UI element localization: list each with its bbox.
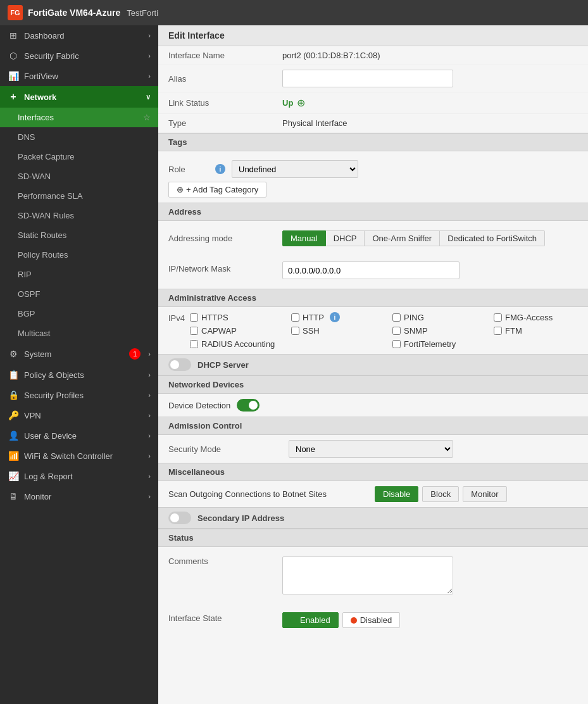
ping-checkbox[interactable]: [392, 313, 401, 322]
checkbox-ping[interactable]: PING: [392, 312, 494, 322]
sidebar-item-ospf[interactable]: OSPF: [0, 284, 158, 304]
sidebar-item-policy-routes[interactable]: Policy Routes: [0, 245, 158, 265]
add-tag-button[interactable]: ⊕ + Add Tag Category: [168, 182, 266, 198]
sidebar-item-bgp[interactable]: BGP: [0, 304, 158, 324]
botnet-row: Scan Outgoing Connections to Botnet Site…: [158, 481, 588, 507]
sidebar-item-log-report[interactable]: 📈 Log & Report ›: [0, 466, 158, 486]
sidebar-item-performance-sla[interactable]: Performance SLA: [0, 186, 158, 206]
ssh-checkbox[interactable]: [291, 327, 299, 335]
chevron-icon: ›: [148, 493, 151, 500]
checkbox-https[interactable]: HTTPS: [190, 312, 291, 322]
ip-mask-input[interactable]: 0.0.0.0/0.0.0.0: [282, 261, 460, 279]
link-status-up-icon: ⊕: [297, 97, 305, 109]
botnet-monitor-button[interactable]: Monitor: [463, 486, 506, 502]
tags-section: Role i Undefined LAN WAN DMZ ⊕ + Add Tag…: [158, 151, 588, 203]
addr-mode-dhcp[interactable]: DHCP: [326, 230, 365, 246]
star-icon[interactable]: ☆: [143, 113, 151, 122]
enabled-button[interactable]: Enabled: [282, 612, 339, 628]
add-tag-plus-icon: ⊕: [177, 185, 184, 194]
ipv4-label: IPv4: [168, 312, 185, 323]
http-checkbox[interactable]: [291, 313, 299, 322]
role-select[interactable]: Undefined LAN WAN DMZ: [232, 160, 358, 178]
alias-input[interactable]: [282, 70, 453, 87]
sidebar-item-label: Monitor: [24, 492, 51, 501]
checkbox-radius[interactable]: RADIUS Accounting: [190, 339, 392, 349]
link-status-label: Link Status: [168, 98, 282, 108]
checkbox-ssh[interactable]: SSH: [291, 326, 392, 336]
interface-state-row: Interface State Enabled Disabled: [168, 604, 578, 632]
link-status-row: Link Status Up ⊕: [158, 92, 588, 114]
alias-row: Alias: [158, 65, 588, 92]
chevron-icon: ∨: [146, 93, 151, 101]
device-detection-toggle[interactable]: [237, 399, 260, 412]
sidebar-item-interfaces[interactable]: Interfaces ☆: [0, 108, 158, 127]
https-checkbox[interactable]: [190, 313, 198, 322]
checkbox-fortitelemetry[interactable]: FortiTelemetry: [392, 339, 588, 349]
sidebar-item-policy-objects[interactable]: 📋 Policy & Objects ›: [0, 365, 158, 385]
role-info-icon[interactable]: i: [215, 164, 225, 174]
interface-state-buttons: Enabled Disabled: [282, 612, 400, 628]
sidebar-item-network[interactable]: + Network ∨: [0, 86, 158, 108]
sidebar-item-fortiview[interactable]: 📊 FortiView ›: [0, 66, 158, 86]
ip-mask-label: IP/Network Mask: [168, 264, 282, 273]
botnet-disable-button[interactable]: Disable: [375, 486, 418, 502]
chevron-icon: ›: [148, 32, 151, 39]
sidebar-item-multicast[interactable]: Multicast: [0, 324, 158, 343]
dhcp-toggle[interactable]: [168, 358, 191, 371]
sidebar-item-static-routes[interactable]: Static Routes: [0, 225, 158, 245]
dhcp-server-header: DHCP Server: [158, 354, 588, 375]
sidebar-item-security-fabric[interactable]: ⬡ Security Fabric ›: [0, 46, 158, 66]
capwap-checkbox[interactable]: [190, 327, 198, 335]
radius-checkbox[interactable]: [190, 340, 198, 348]
tags-section-header: Tags: [158, 133, 588, 151]
sidebar-item-label: Security Fabric: [24, 51, 79, 61]
checkbox-grid: HTTPS HTTP i PING FMG-Access: [190, 312, 588, 349]
sidebar-item-sd-wan[interactable]: SD-WAN: [0, 167, 158, 186]
botnet-block-button[interactable]: Block: [422, 486, 459, 502]
wifi-switch-icon: 📶: [8, 451, 19, 461]
sidebar-item-vpn[interactable]: 🔑 VPN ›: [0, 405, 158, 425]
snmp-checkbox[interactable]: [392, 327, 401, 335]
status-section: Comments Interface State Enabled Disable…: [158, 547, 588, 638]
link-status-value: Up: [282, 98, 293, 108]
sidebar-item-rip[interactable]: RIP: [0, 265, 158, 284]
checkbox-snmp[interactable]: SNMP: [392, 326, 494, 336]
networked-devices-header: Networked Devices: [158, 375, 588, 394]
dashboard-icon: ⊞: [8, 30, 19, 41]
sidebar-item-label: Security Profiles: [24, 391, 84, 400]
secondary-ip-toggle[interactable]: [168, 512, 191, 524]
sidebar-item-wifi-switch[interactable]: 📶 WiFi & Switch Controller ›: [0, 446, 158, 466]
ftm-checkbox[interactable]: [494, 327, 502, 335]
network-icon: +: [8, 91, 19, 103]
admin-access-section: IPv4 HTTPS HTTP i PING: [158, 307, 588, 354]
dhcp-server-label: DHCP Server: [197, 360, 249, 370]
addressing-mode-label: Addressing mode: [168, 234, 282, 243]
sidebar-item-label: Policy Routes: [18, 250, 68, 260]
http-info-icon[interactable]: i: [330, 312, 340, 322]
addr-mode-dedicated[interactable]: Dedicated to FortiSwitch: [440, 230, 545, 246]
checkbox-ftm[interactable]: FTM: [494, 326, 588, 336]
fortitelemetry-checkbox[interactable]: [392, 340, 401, 348]
vpn-icon: 🔑: [8, 410, 19, 420]
sidebar-item-user-device[interactable]: 👤 User & Device ›: [0, 425, 158, 446]
checkbox-capwap[interactable]: CAPWAP: [190, 326, 291, 336]
addr-mode-one-arm[interactable]: One-Arm Sniffer: [365, 230, 440, 246]
sidebar-item-label: Multicast: [18, 329, 50, 338]
sidebar-item-packet-capture[interactable]: Packet Capture: [0, 147, 158, 167]
sidebar-item-monitor[interactable]: 🖥 Monitor ›: [0, 486, 158, 506]
sidebar-item-security-profiles[interactable]: 🔒 Security Profiles ›: [0, 385, 158, 405]
chevron-icon: ›: [148, 371, 151, 379]
addr-mode-manual[interactable]: Manual: [282, 230, 326, 246]
user-device-icon: 👤: [8, 431, 19, 441]
comments-textarea[interactable]: [282, 556, 453, 594]
checkbox-fmg-access[interactable]: FMG-Access: [494, 312, 588, 322]
sidebar-item-dns[interactable]: DNS: [0, 127, 158, 147]
checkbox-http[interactable]: HTTP i: [291, 312, 392, 322]
device-detection-label: Device Detection: [168, 401, 230, 410]
fmg-access-checkbox[interactable]: [494, 313, 502, 322]
sidebar-item-sd-wan-rules[interactable]: SD-WAN Rules: [0, 206, 158, 225]
sidebar-item-dashboard[interactable]: ⊞ Dashboard ›: [0, 25, 158, 46]
security-mode-select[interactable]: None Captive Portal 802.1X: [289, 440, 453, 458]
sidebar-item-system[interactable]: ⚙ System 1 ›: [0, 343, 158, 365]
disabled-button[interactable]: Disabled: [342, 612, 401, 628]
